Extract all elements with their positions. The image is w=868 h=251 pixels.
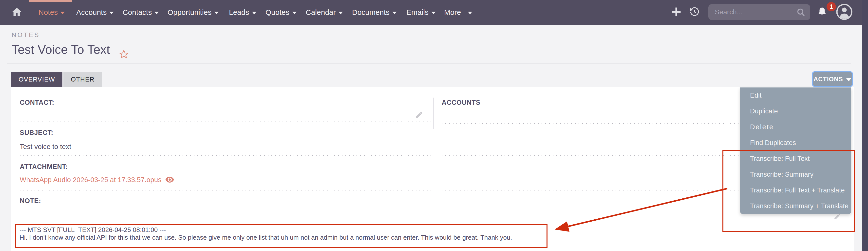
nav-item-label: Leads bbox=[229, 8, 249, 17]
breadcrumb: NOTES bbox=[11, 31, 40, 39]
field-divider bbox=[20, 190, 432, 191]
nav-item-label: Notes bbox=[38, 8, 58, 17]
inline-edit-pencil-icon[interactable] bbox=[415, 111, 424, 120]
note-field-label: NOTE: bbox=[20, 197, 41, 205]
nav-item-emails[interactable]: Emails bbox=[406, 0, 436, 25]
nav-item-label: Emails bbox=[406, 8, 429, 17]
chevron-down-icon bbox=[468, 11, 472, 14]
notifications-button[interactable] bbox=[817, 0, 827, 25]
chevron-down-icon bbox=[109, 11, 114, 14]
notification-count-badge: 1 bbox=[827, 2, 836, 11]
nav-item-contacts[interactable]: Contacts bbox=[123, 0, 159, 25]
attachment-link[interactable]: WhatsApp Audio 2026-03-25 at 17.33.57.op… bbox=[20, 176, 161, 184]
top-navbar: Notes Accounts Contacts Opportunities Le… bbox=[0, 0, 868, 25]
chevron-down-icon bbox=[339, 11, 343, 14]
history-clock-icon bbox=[690, 7, 700, 18]
user-avatar[interactable] bbox=[836, 0, 853, 25]
nav-item-leads[interactable]: Leads bbox=[229, 0, 256, 25]
menu-item-edit[interactable]: Edit bbox=[740, 87, 851, 103]
menu-item-delete[interactable]: Delete bbox=[740, 119, 851, 135]
subject-field-value: Test voice to text bbox=[20, 143, 71, 151]
nav-home-button[interactable] bbox=[12, 0, 22, 25]
contact-field-label: CONTACT: bbox=[20, 99, 54, 107]
nav-item-more[interactable]: More bbox=[444, 0, 472, 25]
nav-item-accounts[interactable]: Accounts bbox=[76, 0, 114, 25]
chevron-down-icon bbox=[214, 11, 219, 14]
nav-item-notes[interactable]: Notes bbox=[38, 0, 65, 25]
annotation-box-transcribe-options bbox=[722, 150, 855, 232]
chevron-down-icon bbox=[392, 11, 397, 14]
nav-item-label: Documents bbox=[352, 8, 390, 17]
nav-item-quotes[interactable]: Quotes bbox=[266, 0, 297, 25]
annotation-box-note-text bbox=[15, 224, 548, 248]
menu-item-find-duplicates[interactable]: Find Duplicates bbox=[740, 135, 851, 151]
subject-field-label: SUBJECT: bbox=[20, 129, 53, 137]
nav-item-label: Accounts bbox=[76, 8, 106, 17]
search-icon[interactable] bbox=[797, 0, 806, 25]
chevron-down-icon bbox=[846, 78, 851, 81]
chevron-down-icon bbox=[252, 11, 256, 14]
home-icon bbox=[12, 7, 22, 18]
chevron-down-icon bbox=[154, 11, 159, 14]
field-divider bbox=[20, 121, 432, 122]
search-input[interactable] bbox=[708, 4, 810, 20]
attachment-field-label: ATTACHMENT: bbox=[20, 163, 68, 171]
page-scrollbar[interactable] bbox=[862, 0, 868, 251]
field-divider bbox=[20, 155, 432, 156]
chevron-down-icon bbox=[431, 11, 436, 14]
nav-item-opportunities[interactable]: Opportunities bbox=[167, 0, 219, 25]
preview-eye-icon[interactable] bbox=[165, 176, 174, 184]
nav-item-label: Opportunities bbox=[167, 8, 212, 17]
tab-other[interactable]: OTHER bbox=[63, 72, 102, 87]
favorite-star-icon[interactable] bbox=[118, 49, 129, 61]
chevron-down-icon bbox=[292, 11, 297, 14]
nav-item-documents[interactable]: Documents bbox=[352, 0, 397, 25]
bell-icon bbox=[817, 6, 827, 18]
column-divider bbox=[433, 97, 434, 129]
quick-create-button[interactable] bbox=[671, 0, 681, 25]
accounts-field-label: ACCOUNTS bbox=[442, 99, 480, 107]
tab-overview[interactable]: OVERVIEW bbox=[11, 72, 62, 87]
recently-viewed-button[interactable] bbox=[690, 0, 700, 25]
menu-item-duplicate[interactable]: Duplicate bbox=[740, 103, 851, 119]
plus-icon bbox=[671, 7, 681, 18]
nav-item-label: Calendar bbox=[306, 8, 336, 17]
nav-item-calendar[interactable]: Calendar bbox=[306, 0, 343, 25]
nav-item-label: More bbox=[444, 8, 461, 17]
chevron-down-icon bbox=[60, 11, 65, 14]
nav-item-label: Quotes bbox=[266, 8, 289, 17]
avatar-icon bbox=[836, 3, 853, 21]
actions-button-label: ACTIONS bbox=[813, 76, 843, 83]
divider bbox=[7, 63, 851, 63]
nav-item-label: Contacts bbox=[123, 8, 152, 17]
page-title: Test Voice To Text bbox=[11, 43, 110, 57]
actions-button[interactable]: ACTIONS bbox=[812, 71, 853, 87]
